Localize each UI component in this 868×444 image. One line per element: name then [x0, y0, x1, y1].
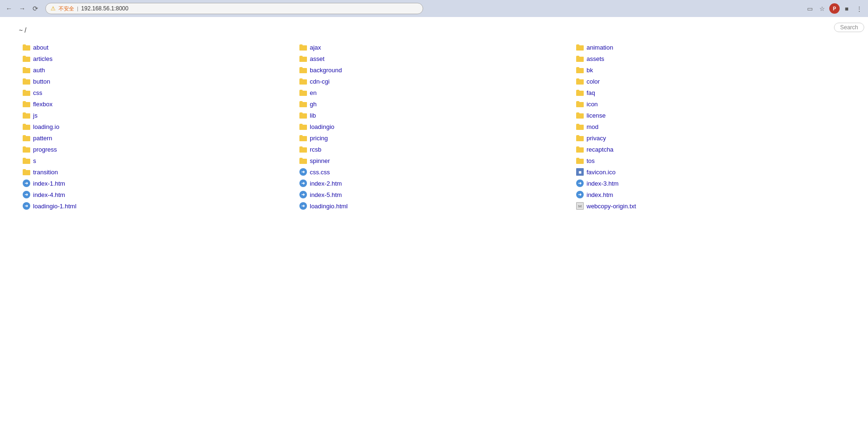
list-item[interactable]: ➜index-5.htm: [296, 189, 572, 200]
list-item[interactable]: color: [572, 76, 849, 87]
cast-icon[interactable]: ▭: [805, 3, 815, 14]
file-link[interactable]: loadingio: [310, 123, 334, 130]
list-item[interactable]: progress: [19, 144, 296, 155]
file-link[interactable]: js: [33, 112, 37, 119]
bookmark-icon[interactable]: ☆: [817, 3, 827, 14]
list-item[interactable]: ➜index-3.htm: [572, 178, 849, 189]
list-item[interactable]: pricing: [296, 132, 572, 144]
file-link[interactable]: progress: [33, 146, 57, 153]
file-link[interactable]: button: [33, 78, 50, 85]
file-link[interactable]: s: [33, 157, 36, 164]
list-item[interactable]: recaptcha: [572, 144, 849, 155]
list-item[interactable]: mod: [572, 121, 849, 132]
file-link[interactable]: mod: [587, 123, 598, 130]
list-item[interactable]: tos: [572, 155, 849, 166]
list-item[interactable]: articles: [19, 53, 296, 64]
file-link[interactable]: loadingio.html: [310, 203, 348, 210]
search-box[interactable]: Search: [834, 23, 864, 32]
file-link[interactable]: about: [33, 44, 49, 51]
file-link[interactable]: index-1.htm: [33, 180, 65, 187]
file-link[interactable]: ajax: [310, 44, 321, 51]
extensions-icon[interactable]: ■: [842, 3, 852, 14]
file-link[interactable]: cdn-cgi: [310, 78, 330, 85]
file-link[interactable]: license: [587, 112, 605, 119]
list-item[interactable]: about: [19, 42, 296, 53]
list-item[interactable]: ➜index-4.htm: [19, 189, 296, 200]
file-link[interactable]: flexbox: [33, 101, 52, 108]
list-item[interactable]: button: [19, 76, 296, 87]
file-link[interactable]: lib: [310, 112, 316, 119]
file-link[interactable]: index-3.htm: [587, 180, 619, 187]
list-item[interactable]: faq: [572, 87, 849, 98]
list-item[interactable]: assets: [572, 53, 849, 64]
file-link[interactable]: animation: [587, 44, 613, 51]
list-item[interactable]: auth: [19, 64, 296, 76]
file-link[interactable]: index-2.htm: [310, 180, 342, 187]
file-link[interactable]: background: [310, 67, 342, 74]
file-link[interactable]: loadingio-1.html: [33, 203, 77, 210]
file-link[interactable]: icon: [587, 101, 598, 108]
file-link[interactable]: css: [33, 89, 43, 96]
file-link[interactable]: tos: [587, 157, 595, 164]
list-item[interactable]: rcsb: [296, 144, 572, 155]
file-link[interactable]: loading.io: [33, 123, 60, 130]
file-link[interactable]: spinner: [310, 157, 330, 164]
file-link[interactable]: assets: [587, 55, 604, 62]
list-item[interactable]: animation: [572, 42, 849, 53]
list-item[interactable]: en: [296, 87, 572, 98]
list-item[interactable]: lib: [296, 110, 572, 121]
list-item[interactable]: flexbox: [19, 98, 296, 110]
list-item[interactable]: ◼favicon.ico: [572, 166, 849, 178]
list-item[interactable]: pattern: [19, 132, 296, 144]
back-button[interactable]: ←: [4, 3, 14, 14]
list-item[interactable]: ➜loadingio.html: [296, 200, 572, 212]
list-item[interactable]: ➜index-1.htm: [19, 178, 296, 189]
file-link[interactable]: faq: [587, 89, 595, 96]
file-link[interactable]: recaptcha: [587, 146, 613, 153]
list-item[interactable]: license: [572, 110, 849, 121]
list-item[interactable]: loadingio: [296, 121, 572, 132]
forward-button[interactable]: →: [17, 3, 27, 14]
file-link[interactable]: privacy: [587, 135, 606, 142]
reload-button[interactable]: ⟳: [30, 3, 41, 14]
list-item[interactable]: background: [296, 64, 572, 76]
list-item[interactable]: ➜loadingio-1.html: [19, 200, 296, 212]
file-link[interactable]: auth: [33, 67, 45, 74]
file-link[interactable]: index-4.htm: [33, 191, 65, 198]
address-bar[interactable]: ⚠ 不安全 | 192.168.56.1:8000: [45, 3, 423, 14]
list-item[interactable]: icon: [572, 98, 849, 110]
list-item[interactable]: ➜index.htm: [572, 189, 849, 200]
file-link[interactable]: favicon.ico: [587, 169, 615, 176]
menu-icon[interactable]: ⋮: [854, 3, 864, 14]
list-item[interactable]: transition: [19, 166, 296, 178]
list-item[interactable]: cdn-cgi: [296, 76, 572, 87]
file-link[interactable]: articles: [33, 55, 52, 62]
file-link[interactable]: pricing: [310, 135, 328, 142]
file-link[interactable]: color: [587, 78, 600, 85]
file-link[interactable]: transition: [33, 169, 58, 176]
list-item[interactable]: ➜index-2.htm: [296, 178, 572, 189]
file-link[interactable]: pattern: [33, 135, 52, 142]
file-link[interactable]: asset: [310, 55, 324, 62]
file-link[interactable]: css.css: [310, 169, 330, 176]
file-link[interactable]: index.htm: [587, 191, 613, 198]
file-link[interactable]: gh: [310, 101, 316, 108]
list-item[interactable]: js: [19, 110, 296, 121]
file-link[interactable]: rcsb: [310, 146, 322, 153]
list-item[interactable]: loading.io: [19, 121, 296, 132]
list-item[interactable]: ➜css.css: [296, 166, 572, 178]
list-item[interactable]: privacy: [572, 132, 849, 144]
list-item[interactable]: gh: [296, 98, 572, 110]
list-item[interactable]: txtwebcopy-origin.txt: [572, 200, 849, 212]
file-link[interactable]: en: [310, 89, 316, 96]
file-link[interactable]: index-5.htm: [310, 191, 342, 198]
file-link[interactable]: webcopy-origin.txt: [587, 203, 636, 210]
list-item[interactable]: spinner: [296, 155, 572, 166]
list-item[interactable]: bk: [572, 64, 849, 76]
list-item[interactable]: ajax: [296, 42, 572, 53]
list-item[interactable]: css: [19, 87, 296, 98]
list-item[interactable]: s: [19, 155, 296, 166]
profile-icon[interactable]: P: [829, 3, 840, 14]
file-link[interactable]: bk: [587, 67, 593, 74]
list-item[interactable]: asset: [296, 53, 572, 64]
